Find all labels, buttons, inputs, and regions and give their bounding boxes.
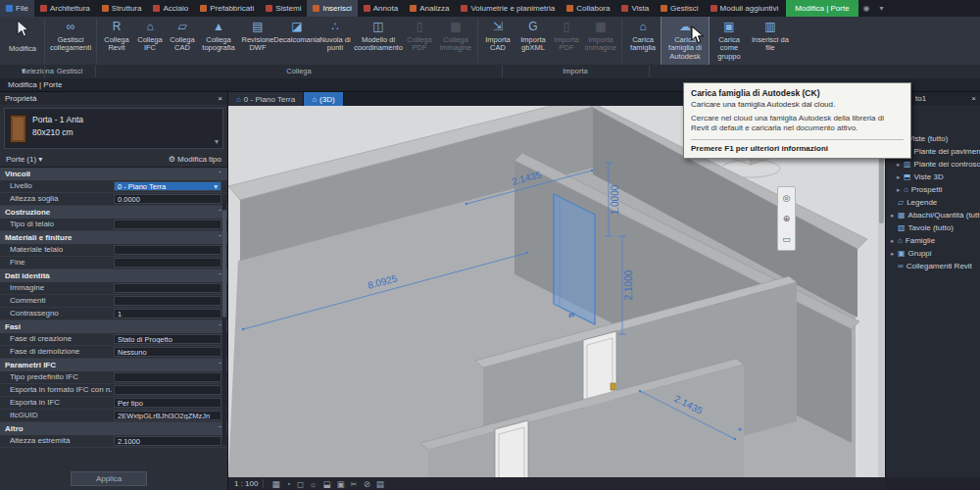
- help-icon[interactable]: ◉: [858, 0, 875, 17]
- close-icon[interactable]: ×: [218, 92, 222, 105]
- crop-view-icon[interactable]: ⬓: [323, 479, 331, 489]
- type-selector[interactable]: Porta - 1 Anta 80x210 cm ▾: [4, 108, 223, 149]
- param-row[interactable]: Livello0 - Piano Terra▾: [0, 180, 227, 193]
- decal-button[interactable]: ◪ Decalcomania: [277, 17, 317, 65]
- detail-level-icon[interactable]: ▦: [271, 479, 279, 489]
- link-revit-button[interactable]: R Collega Revit: [99, 17, 134, 65]
- dimension-grip[interactable]: [738, 427, 741, 430]
- door-tag[interactable]: [611, 383, 615, 390]
- param-value[interactable]: [114, 245, 221, 255]
- param-value[interactable]: [114, 220, 221, 229]
- param-value[interactable]: [114, 372, 221, 382]
- param-row[interactable]: Tipo predefinito IFC: [0, 371, 227, 384]
- param-value[interactable]: 2EWxtpGLrBJhl3O2gZMzJn: [114, 411, 221, 420]
- section-costruzione[interactable]: Costruzioneˆ: [0, 206, 227, 219]
- link-ifc-button[interactable]: ⌂ Collega IFC: [134, 17, 166, 65]
- param-value[interactable]: 2.1000: [114, 436, 221, 446]
- view-tab-piano-terra[interactable]: ⌂0 - Piano Terra: [228, 92, 304, 106]
- tab-modifica-porte[interactable]: Modifica | Porte: [786, 0, 858, 17]
- edit-type-button[interactable]: ⚙ Modifica tipo: [169, 155, 221, 164]
- tab-annota[interactable]: Annota: [358, 0, 404, 17]
- param-row[interactable]: Esporta in formato IFC con n...: [0, 384, 227, 397]
- section-vincoli[interactable]: Vincoliˆ: [0, 168, 227, 180]
- canvas-scrollbar[interactable]: [878, 106, 885, 477]
- param-value[interactable]: [114, 296, 221, 306]
- tab-prefabbricati[interactable]: Prefabbricati: [194, 0, 260, 17]
- param-value[interactable]: [114, 283, 221, 293]
- param-row[interactable]: Tipo di telaio: [0, 219, 227, 231]
- panel-label-importa[interactable]: Importa: [504, 65, 647, 78]
- param-row[interactable]: Immagine: [0, 282, 227, 295]
- visual-style-icon[interactable]: ◔: [286, 479, 291, 489]
- section-materiali[interactable]: Materiali e finitureˆ: [0, 231, 227, 244]
- param-row[interactable]: Esporta in IFCPer tipo: [0, 397, 227, 410]
- door-white-2[interactable]: [495, 420, 528, 477]
- tab-vista[interactable]: Vista: [615, 0, 655, 17]
- 3d-view[interactable]: ⇄ 8.0925: [228, 106, 885, 477]
- param-value[interactable]: 0 - Piano Terra▾: [114, 181, 221, 191]
- tab-collabora[interactable]: Collabora: [561, 0, 615, 17]
- param-value[interactable]: 0.0000: [114, 194, 221, 204]
- tree-item-abachi[interactable]: ▸▦Abachi/Quantità (tutto): [886, 209, 980, 221]
- param-row[interactable]: Fase di creazioneStato di Progetto: [0, 333, 227, 346]
- tab-inserisci[interactable]: Inserisci: [307, 0, 357, 17]
- param-value[interactable]: Nessuno: [114, 347, 221, 357]
- param-row[interactable]: Fase di demolizioneNessuno: [0, 346, 227, 359]
- point-cloud-button[interactable]: ∴ Nuvola di punti: [317, 17, 354, 65]
- shadows-icon[interactable]: ☼: [310, 479, 318, 489]
- section-parametri-ifc[interactable]: Parametri IFCˆ: [0, 359, 227, 371]
- tree-item-famiglie[interactable]: ▸⌂Famiglie: [886, 234, 980, 247]
- flip-arrows-icon[interactable]: ⇄: [568, 311, 575, 319]
- section-fasi[interactable]: Fasiˆ: [0, 320, 227, 333]
- param-row[interactable]: Fine: [0, 257, 227, 270]
- manage-links-button[interactable]: ∞ Gestisci collegamenti: [47, 17, 94, 65]
- properties-scrollbar[interactable]: [222, 200, 226, 445]
- coordination-model-button[interactable]: ◫ Modello di coordinamento: [354, 17, 403, 65]
- scale-button[interactable]: 1 : 100: [234, 479, 258, 488]
- tree-item-collegamenti[interactable]: ∞Collegamenti Revit: [886, 260, 980, 272]
- modify-button[interactable]: Modifica: [3, 17, 42, 65]
- chevron-down-icon[interactable]: ▾: [215, 137, 219, 146]
- element-filter-dropdown[interactable]: Porte (1) ▾: [6, 155, 42, 164]
- temporary-hide-icon[interactable]: ✂: [351, 479, 358, 489]
- param-value[interactable]: [114, 258, 221, 268]
- panel-label-gestisci[interactable]: Gestisci: [46, 65, 93, 78]
- link-cad-button[interactable]: ▱ Collega CAD: [166, 17, 199, 65]
- analytical-model-icon[interactable]: ▤: [376, 479, 384, 489]
- tree-item-prospetti[interactable]: ▸⌂Prospetti: [886, 183, 980, 196]
- chevron-down-icon[interactable]: ▾: [875, 0, 889, 17]
- apply-button[interactable]: Applica: [71, 471, 147, 486]
- sun-path-icon[interactable]: ◻: [297, 479, 304, 489]
- param-row[interactable]: IfcGUID2EWxtpGLrBJhl3O2gZMzJn: [0, 410, 227, 422]
- tree-item-tavole[interactable]: ▧Tavole (tutto): [886, 221, 980, 234]
- param-row[interactable]: Contrassegno1: [0, 308, 227, 320]
- tab-sistemi[interactable]: Sistemi: [260, 0, 307, 17]
- crop-region-icon[interactable]: ▣: [337, 479, 345, 489]
- tab-moduli-aggiuntivi[interactable]: Moduli aggiuntivi: [705, 0, 785, 17]
- param-value[interactable]: 1: [114, 309, 221, 318]
- pan-icon[interactable]: ▭: [782, 234, 791, 244]
- tab-analizza[interactable]: Analizza: [404, 0, 455, 17]
- view-tab-3d[interactable]: ⌂(3D): [304, 92, 343, 106]
- param-row[interactable]: Commenti: [0, 295, 227, 308]
- load-as-group-button[interactable]: ▣ Carica come gruppo: [709, 17, 750, 65]
- insert-from-file-button[interactable]: ▥ Inserisci da file: [750, 17, 791, 65]
- param-row[interactable]: Altezza estremità2.1000: [0, 435, 227, 448]
- tab-struttura[interactable]: Struttura: [96, 0, 148, 17]
- load-family-button[interactable]: ⌂ Carica famiglia: [624, 17, 662, 65]
- tree-item-gruppi[interactable]: ▸▣Gruppi: [886, 247, 980, 260]
- param-row[interactable]: Altezza soglia0.0000: [0, 193, 227, 206]
- tab-gestisci[interactable]: Gestisci: [655, 0, 704, 17]
- param-value[interactable]: Per tipo: [114, 398, 221, 408]
- link-topography-button[interactable]: ▲ Collega topografia: [199, 17, 238, 65]
- param-value[interactable]: [114, 385, 221, 395]
- param-row[interactable]: Materiale telaio: [0, 244, 227, 257]
- tree-item-piante-controsoffitti[interactable]: ▸▥Piante dei controsoffitti (Pianta del …: [886, 158, 980, 171]
- panel-label-seleziona[interactable]: Seleziona ▾: [0, 65, 43, 78]
- section-altro[interactable]: Altroˆ: [0, 422, 227, 435]
- reveal-hidden-icon[interactable]: ⊘: [364, 479, 370, 489]
- steering-wheel-icon[interactable]: ◎: [783, 193, 791, 203]
- section-dati-identita[interactable]: Dati identitàˆ: [0, 270, 227, 282]
- selected-door[interactable]: ⇄: [554, 194, 595, 324]
- zoom-icon[interactable]: ⊕: [783, 214, 791, 223]
